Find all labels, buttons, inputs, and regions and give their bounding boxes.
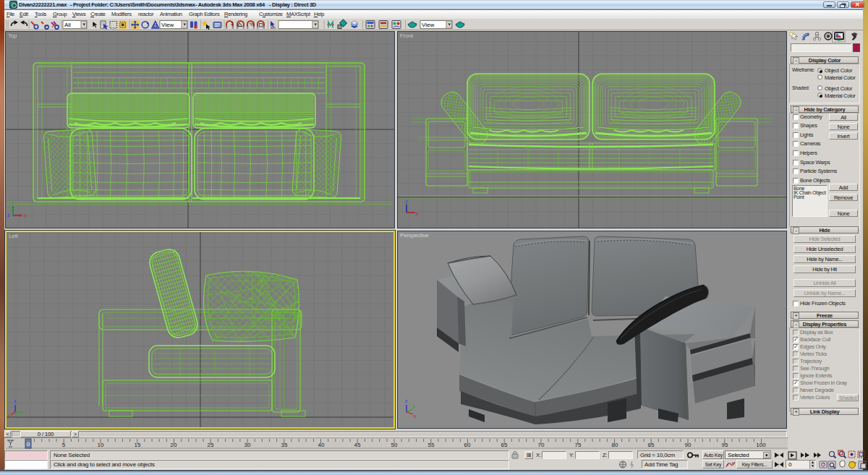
svg-text:75: 75 [575,442,582,448]
svg-text:z: z [405,398,408,403]
svg-text:y: y [412,403,415,409]
svg-text:60: 60 [464,442,471,448]
svg-text:View: View [161,22,174,28]
svg-text:5: 5 [62,442,66,448]
svg-text:65: 65 [501,442,508,448]
svg-text:15: 15 [135,442,141,448]
svg-text:abc: abc [271,26,276,30]
svg-text:y: y [12,200,14,206]
svg-text:z: z [405,199,408,204]
svg-text:All: All [64,22,71,28]
svg-text:50: 50 [391,442,398,448]
svg-text:z: z [7,213,10,218]
svg-text:25: 25 [208,442,214,448]
svg-text:70: 70 [538,442,545,448]
svg-text:%: % [250,22,254,27]
svg-text:x: x [414,414,417,419]
svg-text:z: z [14,398,17,403]
svg-text:20: 20 [171,442,177,448]
svg-text:90: 90 [685,442,692,448]
svg-text:80: 80 [612,442,618,448]
svg-text:0: 0 [27,441,30,448]
svg-text:x: x [24,213,27,218]
svg-text:x: x [8,414,11,419]
svg-text:95: 95 [722,442,728,448]
svg-text:45: 45 [354,442,361,448]
svg-text:10: 10 [98,442,104,448]
svg-text:View: View [422,22,434,28]
svg-text:85: 85 [648,442,655,448]
svg-text:35: 35 [281,442,288,448]
svg-text:40: 40 [318,442,325,448]
svg-text:55: 55 [428,442,435,448]
svg-text:100: 100 [756,442,766,448]
svg-text:30: 30 [244,442,251,448]
svg-text:x: x [416,211,419,216]
